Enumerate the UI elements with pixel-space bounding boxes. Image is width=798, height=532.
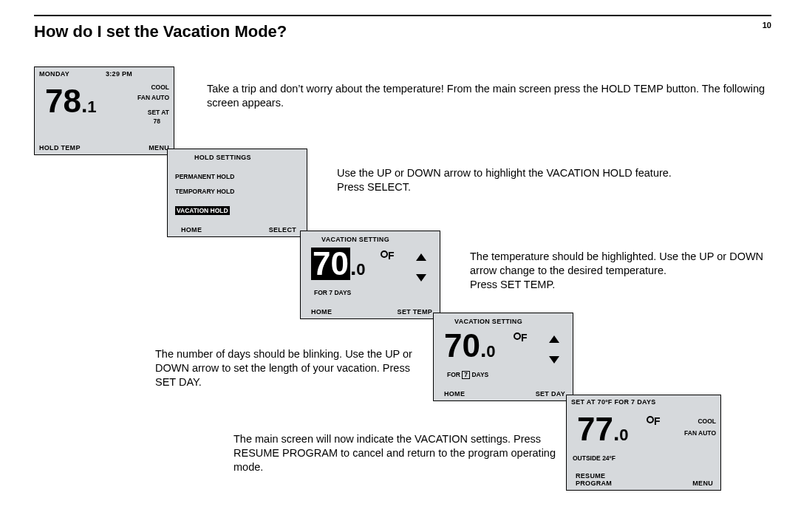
lcd4-duration-post: DAYS [471, 371, 488, 378]
lcd5-degF: F [647, 415, 661, 428]
lcd1-fan: FAN AUTO [137, 94, 169, 101]
lcd3-duration: FOR 7 DAYS [314, 289, 351, 296]
lcd1-setat-label: SET AT [148, 109, 169, 116]
lcd3-temp: 70.0 [311, 248, 366, 280]
lcd1-holdtemp-button[interactable]: HOLD TEMP [39, 144, 81, 151]
lcd5-title: SET AT 70ºF FOR 7 DAYS [571, 398, 656, 406]
lcd5-mode: COOL [698, 417, 716, 425]
para-2b: Press SELECT. [337, 181, 411, 193]
lcd3-duration-days: 7 [329, 289, 332, 296]
lcd4-degF: F [514, 331, 528, 344]
lcd2-temporary-hold[interactable]: TEMPORARY HOLD [175, 188, 234, 195]
lcd5-resume: RESUME [576, 472, 612, 480]
lcd1-time: 3:29 PM [106, 70, 132, 78]
lcd3-title: VACATION SETTING [321, 236, 389, 243]
para-2a: Use the UP or DOWN arrow to highlight th… [337, 167, 672, 179]
para-2: Use the UP or DOWN arrow to highlight th… [337, 166, 751, 194]
para-1: Take a trip and don’t worry about the te… [207, 82, 768, 110]
lcd2-vacation-hold[interactable]: VACATION HOLD [175, 206, 230, 215]
lcd-main-vacation: SET AT 70ºF FOR 7 DAYS 77.0 F COOL FAN A… [566, 395, 721, 491]
lcd2-home-button[interactable]: HOME [181, 226, 202, 233]
lcd1-temp-whole: 78 [45, 83, 81, 119]
lcd4-temp-whole: 70 [444, 327, 480, 364]
lcd4-duration: FOR 7 DAYS [447, 371, 488, 379]
para-5: The main screen will now indicate the VA… [233, 432, 559, 474]
lcd3-home-button[interactable]: HOME [311, 308, 332, 316]
lcd1-temp-tenth: 1 [87, 98, 96, 116]
lcd5-outside: OUTSIDE 24ºF [573, 454, 615, 462]
lcd-main-screen: MONDAY 3:29 PM COOL FAN AUTO SET AT 78 7… [34, 66, 174, 155]
lcd4-down-arrow[interactable] [549, 356, 559, 364]
lcd1-temp: 78.1 [45, 85, 97, 117]
lcd1-mode: COOL [151, 83, 169, 91]
lcd4-temp: 70.0 [444, 330, 496, 362]
top-rule [34, 15, 771, 16]
lcd-hold-settings: HOLD SETTINGS PERMANENT HOLD TEMPORARY H… [167, 149, 307, 237]
lcd4-title: VACATION SETTING [454, 318, 522, 325]
lcd4-home-button[interactable]: HOME [444, 390, 465, 398]
lcd4-duration-pre: FOR [447, 371, 460, 378]
lcd5-menu-button[interactable]: MENU [692, 480, 713, 487]
lcd4-duration-days: 7 [462, 371, 470, 379]
lcd4-setday-button[interactable]: SET DAY [536, 390, 565, 398]
lcd5-temp-whole: 77 [577, 411, 613, 447]
lcd-vacation-temp: VACATION SETTING 70.0 F FOR 7 DAYS HOME … [300, 231, 440, 319]
para-3: The temperature should be highlighted. U… [470, 250, 765, 292]
page-number: 10 [763, 21, 771, 30]
lcd-vacation-days: VACATION SETTING 70.0 F FOR 7 DAYS HOME … [433, 313, 573, 401]
page-title: How do I set the Vacation Mode? [34, 22, 771, 41]
para-4: The number of days should be blinking. U… [155, 347, 429, 389]
lcd3-duration-post: DAYS [334, 289, 351, 296]
lcd1-day: MONDAY [39, 70, 69, 78]
para-3b: Press SET TEMP. [470, 279, 555, 290]
lcd3-temp-whole: 70 [311, 248, 350, 280]
lcd3-up-arrow[interactable] [416, 253, 426, 261]
lcd5-temp: 77.0 [577, 413, 629, 446]
para-3a: The temperature should be highlighted. U… [470, 250, 763, 276]
lcd4-temp-tenth: 0 [486, 342, 495, 361]
lcd3-degF: F [381, 249, 395, 262]
lcd2-title: HOLD SETTINGS [194, 154, 251, 161]
lcd4-up-arrow[interactable] [549, 335, 559, 343]
lcd5-program: PROGRAM [576, 480, 612, 487]
lcd5-resume-program-button[interactable]: RESUME PROGRAM [576, 472, 612, 487]
lcd3-down-arrow[interactable] [416, 274, 426, 282]
lcd5-temp-tenth: 0 [619, 426, 628, 444]
lcd1-menu-button[interactable]: MENU [149, 144, 169, 151]
lcd3-duration-pre: FOR [314, 289, 327, 296]
lcd2-permanent-hold[interactable]: PERMANENT HOLD [175, 173, 234, 180]
lcd5-fan: FAN AUTO [684, 429, 716, 437]
lcd3-temp-tenth: 0 [356, 260, 365, 279]
lcd2-select-button[interactable]: SELECT [269, 226, 296, 233]
lcd1-setat-value: 78 [154, 117, 160, 125]
lcd3-settemp-button[interactable]: SET TEMP [398, 308, 432, 316]
